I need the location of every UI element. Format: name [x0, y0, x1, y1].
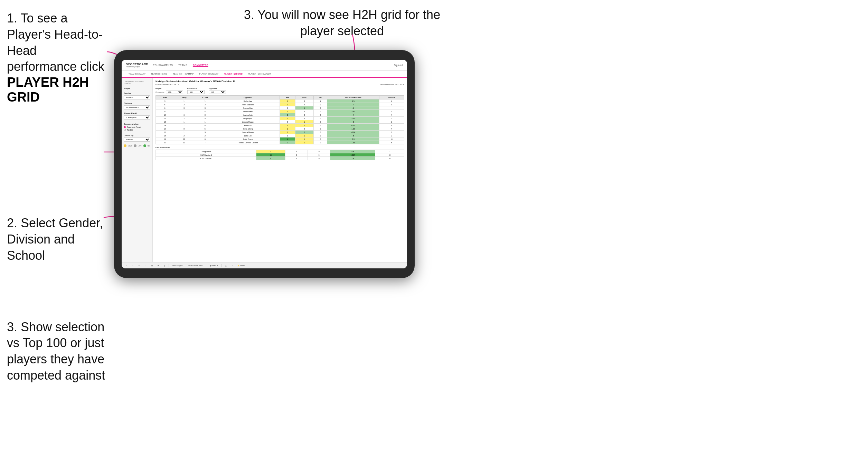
nav-tournaments[interactable]: TOURNAMENTS [153, 64, 173, 66]
out-table-row: NCAA Division 2 5 0 0 7.4 10 [156, 157, 404, 160]
region-label: Region [155, 87, 183, 89]
toolbar-refresh[interactable]: ⟳ [156, 264, 160, 267]
app-nav: SCOREBOARD Powered by clippd TOURNAMENTS… [122, 60, 407, 71]
toolbar-save-view[interactable]: Save Custom View [187, 264, 204, 267]
division-label: Division [124, 102, 150, 104]
out-of-division-table: Foreign Team 1 0 0 4.5 2 NAIA Division 1… [155, 150, 404, 160]
toolbar-sep2 [206, 264, 206, 267]
sub-nav-team-summary[interactable]: TEAM SUMMARY [126, 71, 148, 77]
opponent-label: Opponent [209, 87, 226, 89]
toolbar-forward[interactable]: → [143, 264, 148, 267]
radio-opponents-dot [124, 126, 126, 128]
toolbar-expand[interactable]: ↕ [230, 264, 234, 267]
opponents-label: Opponents: [155, 91, 164, 93]
app-logo: SCOREBOARD Powered by clippd [126, 63, 148, 68]
out-table-row: NAIA Division 1 15 0 0 9.267 30 [156, 153, 404, 157]
grid-title: Katelyn Vo Head-to-Head Grid for Women's… [155, 80, 404, 83]
sidebar-opponent-view-section: Opponent view Opponents Played Top 100 [124, 123, 150, 131]
table-row: 18 2 2 Euna Lee 0 1 0 -5 2 [156, 134, 404, 137]
toolbar-view-original[interactable]: View: Original [171, 264, 185, 267]
col-header-diff: Diff Av Strokes/Rnd [327, 96, 379, 99]
sidebar-gender-section: Gender Women's [124, 92, 150, 99]
region-filter: Region Opponents: (All) [155, 87, 183, 94]
toolbar-sep3 [221, 264, 222, 267]
bottom-toolbar: ↩ ← ↪ → ⊞ ⟳ ◷ View: Original Save Custom… [122, 262, 407, 268]
instruction-step1: 1. To see a Player's Head-to-Head perfor… [7, 10, 107, 105]
col-header-win: Win [280, 96, 295, 99]
legend-down-label: Down [128, 145, 132, 147]
col-header-tie: Tie [313, 96, 327, 99]
sub-nav-player-h2h-heatmap[interactable]: PLAYER H2H HEATMAP [245, 71, 274, 77]
division-record: Division Record: 331 - 34 - 6 [380, 84, 404, 86]
step3-right-text: 3. You will now see H2H grid for the pla… [242, 7, 442, 39]
legend-dot-up [143, 144, 146, 147]
sub-nav-player-summary[interactable]: PLAYER SUMMARY [196, 71, 221, 77]
table-row: 3 1 1 Esther Lee 1 0 1 1.5 4 [156, 99, 404, 103]
toolbar-back[interactable]: ← [131, 264, 135, 267]
division-select[interactable]: NCAA Division III [124, 105, 150, 109]
toolbar-redo[interactable]: ↪ [137, 264, 141, 267]
instruction-step2: 2. Select Gender, Division and School [7, 215, 107, 264]
col-header-conf: # Conf [194, 96, 216, 99]
col-header-reg: # Reg [174, 96, 194, 99]
data-table: # Div # Reg # Conf Opponent Win Loss Tie… [155, 95, 404, 144]
toolbar-share[interactable]: ⚡ Share [236, 264, 246, 267]
grid-content: Katelyn Vo Head-to-Head Grid for Women's… [153, 78, 407, 262]
legend-up-label: Up [148, 145, 150, 147]
step1-text: 1. To see a Player's Head-to-Head perfor… [7, 10, 107, 75]
main-content: Last Updated: 27/03/2024 16:55:39 Player… [122, 78, 407, 262]
toolbar-grid[interactable]: ⊞ [150, 264, 154, 267]
col-header-opponent: Opponent [216, 96, 280, 99]
region-select[interactable]: (All) [166, 90, 183, 94]
radio-opponents-played[interactable]: Opponents Played [124, 126, 150, 128]
radio-group: Opponents Played Top 100 [124, 126, 150, 131]
sidebar-timestamp: Last Updated: 27/03/2024 16:55:39 [124, 80, 150, 85]
sidebar-division-section: Division NCAA Division III [124, 102, 150, 109]
radio-top100-dot [124, 129, 126, 131]
toolbar-layout[interactable]: ⬚ [224, 264, 228, 267]
opponent-select[interactable]: (All) [209, 90, 226, 94]
player-rank-label: Player (Rank) [124, 112, 150, 114]
sub-nav-team-h2h-grid[interactable]: TEAM H2H GRID [148, 71, 170, 77]
table-row: 5 2 2 Alexis Sudjianto 1 0 0 4 3 [156, 103, 404, 106]
instruction-step3-left: 3. Show selection vs Top 100 or just pla… [7, 319, 107, 384]
table-row: 11 2 5 Heejo Hyun 1 0 0 3.33 3 [156, 117, 404, 120]
tablet-screen: SCOREBOARD Powered by clippd TOURNAMENTS… [122, 60, 407, 268]
nav-committee[interactable]: COMMITTEE [193, 64, 208, 66]
legend-level-label: Level [138, 145, 142, 147]
step2-text: 2. Select Gender, Division and School [7, 215, 107, 264]
sidebar-colour-section: Colour by Win/loss [124, 134, 150, 142]
table-row: 14 7 4 Eunice Yi 2 2 0 0.38 9 [156, 124, 404, 127]
opponent-view-label: Opponent view [124, 123, 150, 125]
sidebar-player-rank-section: Player (Rank) 8. Katelyn Vo [124, 112, 150, 120]
sub-nav-team-h2h-heatmap[interactable]: TEAM H2H HEATMAP [170, 71, 197, 77]
radio-top100[interactable]: Top 100 [124, 129, 150, 131]
logo-sub: Powered by clippd [126, 66, 148, 68]
colour-by-label: Colour by [124, 134, 150, 136]
filter-row: Region Opponents: (All) Conference (All) [155, 87, 404, 94]
nav-sign-out[interactable]: Sign out [394, 64, 403, 66]
sub-nav-player-h2h-grid[interactable]: PLAYER H2H GRID [221, 71, 245, 77]
player-rank-select[interactable]: 8. Katelyn Vo [124, 115, 150, 120]
out-table-row: Foreign Team 1 0 0 4.5 2 [156, 150, 404, 153]
conference-select[interactable]: (All) [187, 90, 205, 94]
legend-dot-level [134, 144, 136, 147]
toolbar-watch[interactable]: ◉ Watch ▾ [208, 264, 219, 267]
table-row: 15 8 5 Stella Cheng 1 0 0 1.25 4 [156, 127, 404, 131]
step1-bold: PLAYER H2H GRID [7, 75, 89, 104]
toolbar-time[interactable]: ◷ [162, 264, 167, 267]
step3-left-text: 3. Show selection vs Top 100 or just pla… [7, 319, 107, 384]
tablet-frame: SCOREBOARD Powered by clippd TOURNAMENTS… [114, 50, 415, 278]
toolbar-undo[interactable]: ↩ [124, 264, 129, 267]
table-row: 6 3 3 Sydney Kuo 0 1 0 -1 [156, 106, 404, 110]
table-row: 19 10 6 Emily Chang 4 1 0 0.3 11 [156, 137, 404, 141]
col-header-loss: Loss [295, 96, 313, 99]
legend-dot-down [124, 144, 126, 147]
colour-legend: Down Level Up [124, 144, 150, 147]
colour-select[interactable]: Win/loss [124, 137, 150, 142]
sidebar: Last Updated: 27/03/2024 16:55:39 Player… [122, 78, 153, 262]
nav-teams[interactable]: TEAMS [178, 64, 187, 66]
table-row: 20 11 7 Federica Domecq Lacroze 2 1 0 1.… [156, 141, 404, 144]
toolbar-sep1 [169, 264, 169, 267]
gender-select[interactable]: Women's [124, 95, 150, 99]
